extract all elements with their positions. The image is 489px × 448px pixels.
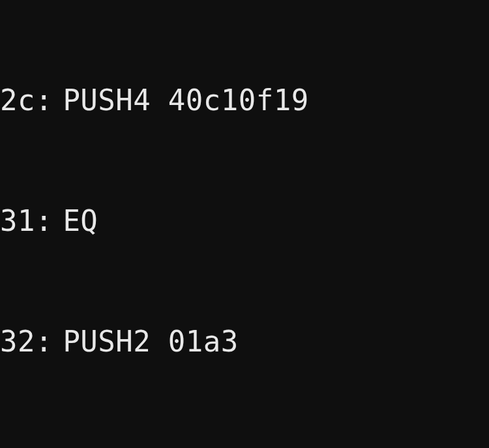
separator: : <box>35 445 53 448</box>
operand: 40c10f19 <box>168 83 309 117</box>
disassembly-listing: 2c:PUSH440c10f19 31:EQ 32:PUSH201a3 35:J… <box>0 0 489 448</box>
disasm-line: 32:PUSH201a3 <box>0 321 489 362</box>
offset: 32 <box>0 325 35 358</box>
offset: 31 <box>0 204 35 237</box>
opcode: JUMPI <box>63 445 151 448</box>
disasm-line: 31:EQ <box>0 201 489 241</box>
separator: : <box>35 325 53 358</box>
offset: 2c <box>0 83 35 117</box>
disasm-line: 2c:PUSH440c10f19 <box>0 80 489 121</box>
separator: : <box>35 83 53 117</box>
offset: 35 <box>0 445 35 448</box>
opcode: PUSH2 <box>63 325 151 358</box>
opcode: PUSH4 <box>63 83 151 117</box>
opcode: EQ <box>63 204 98 237</box>
separator: : <box>35 204 53 237</box>
disasm-line: 35:JUMPI <box>0 442 489 448</box>
operand: 01a3 <box>168 325 239 358</box>
